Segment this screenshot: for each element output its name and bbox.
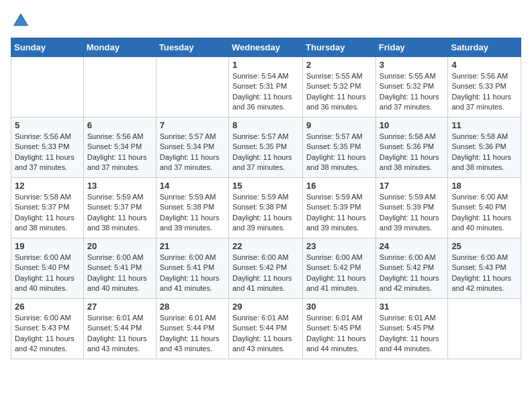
cell-content: Sunrise: 6:01 AM Sunset: 5:45 PM Dayligh… — [306, 313, 372, 355]
day-number: 22 — [232, 241, 299, 251]
day-number: 20 — [87, 241, 152, 251]
cell-content: Sunrise: 6:00 AM Sunset: 5:40 PM Dayligh… — [451, 192, 517, 234]
day-number: 13 — [87, 181, 152, 191]
header-day: Saturday — [448, 38, 521, 57]
cell-content: Sunrise: 5:59 AM Sunset: 5:38 PM Dayligh… — [232, 192, 299, 234]
header-day: Sunday — [11, 38, 84, 57]
cell-content: Sunrise: 6:00 AM Sunset: 5:41 PM Dayligh… — [160, 253, 225, 294]
calendar-cell: 2Sunrise: 5:55 AM Sunset: 5:32 PM Daylig… — [303, 57, 376, 118]
day-number: 24 — [380, 241, 445, 251]
cell-content: Sunrise: 6:01 AM Sunset: 5:44 PM Dayligh… — [160, 313, 225, 355]
day-number: 2 — [306, 60, 372, 70]
day-number: 23 — [306, 241, 372, 251]
calendar-week-row: 19Sunrise: 6:00 AM Sunset: 5:40 PM Dayli… — [11, 238, 521, 299]
header-day: Wednesday — [228, 38, 302, 57]
calendar-cell: 1Sunrise: 5:54 AM Sunset: 5:31 PM Daylig… — [228, 57, 302, 118]
header-day: Thursday — [303, 38, 376, 57]
logo-icon — [11, 11, 31, 31]
cell-content: Sunrise: 6:00 AM Sunset: 5:43 PM Dayligh… — [15, 313, 80, 355]
cell-content: Sunrise: 6:00 AM Sunset: 5:41 PM Dayligh… — [87, 253, 152, 294]
calendar-cell: 16Sunrise: 5:59 AM Sunset: 5:39 PM Dayli… — [303, 178, 376, 238]
calendar-week-row: 26Sunrise: 6:00 AM Sunset: 5:43 PM Dayli… — [11, 299, 521, 359]
day-number: 7 — [160, 120, 225, 130]
calendar-cell: 20Sunrise: 6:00 AM Sunset: 5:41 PM Dayli… — [83, 238, 156, 299]
day-number: 26 — [15, 302, 80, 312]
cell-content: Sunrise: 5:54 AM Sunset: 5:31 PM Dayligh… — [232, 71, 299, 113]
cell-content: Sunrise: 5:55 AM Sunset: 5:32 PM Dayligh… — [306, 71, 372, 113]
cell-content: Sunrise: 6:00 AM Sunset: 5:42 PM Dayligh… — [232, 253, 299, 294]
calendar-cell: 6Sunrise: 5:56 AM Sunset: 5:34 PM Daylig… — [83, 118, 156, 178]
cell-content: Sunrise: 6:00 AM Sunset: 5:40 PM Dayligh… — [15, 253, 80, 294]
calendar-cell: 8Sunrise: 5:57 AM Sunset: 5:35 PM Daylig… — [228, 118, 302, 178]
calendar-cell: 5Sunrise: 5:56 AM Sunset: 5:33 PM Daylig… — [11, 118, 84, 178]
day-number: 30 — [306, 302, 372, 312]
calendar-cell: 31Sunrise: 6:01 AM Sunset: 5:45 PM Dayli… — [375, 299, 448, 359]
page-header — [11, 11, 521, 31]
calendar-cell — [448, 299, 521, 359]
calendar-week-row: 5Sunrise: 5:56 AM Sunset: 5:33 PM Daylig… — [11, 118, 521, 178]
cell-content: Sunrise: 5:58 AM Sunset: 5:36 PM Dayligh… — [451, 132, 517, 173]
day-number: 25 — [451, 241, 517, 251]
calendar-cell: 28Sunrise: 6:01 AM Sunset: 5:44 PM Dayli… — [156, 299, 228, 359]
calendar-cell: 11Sunrise: 5:58 AM Sunset: 5:36 PM Dayli… — [448, 118, 521, 178]
calendar-cell: 26Sunrise: 6:00 AM Sunset: 5:43 PM Dayli… — [11, 299, 84, 359]
day-number: 11 — [451, 120, 517, 130]
cell-content: Sunrise: 5:58 AM Sunset: 5:36 PM Dayligh… — [380, 132, 445, 173]
calendar-cell: 9Sunrise: 5:57 AM Sunset: 5:35 PM Daylig… — [303, 118, 376, 178]
cell-content: Sunrise: 5:56 AM Sunset: 5:34 PM Dayligh… — [87, 132, 152, 173]
calendar-cell: 3Sunrise: 5:55 AM Sunset: 5:32 PM Daylig… — [375, 57, 448, 118]
logo — [11, 11, 34, 31]
cell-content: Sunrise: 5:57 AM Sunset: 5:34 PM Dayligh… — [160, 132, 225, 173]
cell-content: Sunrise: 6:00 AM Sunset: 5:42 PM Dayligh… — [380, 253, 445, 294]
day-number: 31 — [380, 302, 445, 312]
cell-content: Sunrise: 5:58 AM Sunset: 5:37 PM Dayligh… — [15, 192, 80, 234]
header-day: Monday — [83, 38, 156, 57]
day-number: 12 — [15, 181, 80, 191]
calendar-cell: 4Sunrise: 5:56 AM Sunset: 5:33 PM Daylig… — [448, 57, 521, 118]
calendar-cell — [11, 57, 84, 118]
cell-content: Sunrise: 6:00 AM Sunset: 5:42 PM Dayligh… — [306, 253, 372, 294]
calendar-cell: 22Sunrise: 6:00 AM Sunset: 5:42 PM Dayli… — [228, 238, 302, 299]
calendar-cell: 13Sunrise: 5:59 AM Sunset: 5:37 PM Dayli… — [83, 178, 156, 238]
calendar-cell — [156, 57, 228, 118]
calendar-cell: 17Sunrise: 5:59 AM Sunset: 5:39 PM Dayli… — [375, 178, 448, 238]
day-number: 9 — [306, 120, 372, 130]
cell-content: Sunrise: 6:00 AM Sunset: 5:43 PM Dayligh… — [451, 253, 517, 294]
calendar-cell: 21Sunrise: 6:00 AM Sunset: 5:41 PM Dayli… — [156, 238, 228, 299]
day-number: 10 — [380, 120, 445, 130]
header-day: Tuesday — [156, 38, 228, 57]
day-number: 4 — [451, 60, 517, 70]
calendar-cell: 7Sunrise: 5:57 AM Sunset: 5:34 PM Daylig… — [156, 118, 228, 178]
day-number: 18 — [451, 181, 517, 191]
cell-content: Sunrise: 5:56 AM Sunset: 5:33 PM Dayligh… — [15, 132, 80, 173]
calendar-cell: 10Sunrise: 5:58 AM Sunset: 5:36 PM Dayli… — [375, 118, 448, 178]
calendar-cell: 24Sunrise: 6:00 AM Sunset: 5:42 PM Dayli… — [375, 238, 448, 299]
cell-content: Sunrise: 5:59 AM Sunset: 5:38 PM Dayligh… — [160, 192, 225, 234]
cell-content: Sunrise: 6:01 AM Sunset: 5:45 PM Dayligh… — [380, 313, 445, 355]
calendar-cell: 27Sunrise: 6:01 AM Sunset: 5:44 PM Dayli… — [83, 299, 156, 359]
header-row: SundayMondayTuesdayWednesdayThursdayFrid… — [11, 38, 521, 57]
calendar-table: SundayMondayTuesdayWednesdayThursdayFrid… — [11, 38, 521, 359]
day-number: 17 — [380, 181, 445, 191]
cell-content: Sunrise: 5:59 AM Sunset: 5:37 PM Dayligh… — [87, 192, 152, 234]
day-number: 29 — [232, 302, 299, 312]
day-number: 27 — [87, 302, 152, 312]
cell-content: Sunrise: 6:01 AM Sunset: 5:44 PM Dayligh… — [87, 313, 152, 355]
day-number: 1 — [232, 60, 299, 70]
calendar-cell: 19Sunrise: 6:00 AM Sunset: 5:40 PM Dayli… — [11, 238, 84, 299]
cell-content: Sunrise: 5:57 AM Sunset: 5:35 PM Dayligh… — [232, 132, 299, 173]
calendar-cell: 25Sunrise: 6:00 AM Sunset: 5:43 PM Dayli… — [448, 238, 521, 299]
calendar-cell: 29Sunrise: 6:01 AM Sunset: 5:44 PM Dayli… — [228, 299, 302, 359]
day-number: 21 — [160, 241, 225, 251]
calendar-cell: 12Sunrise: 5:58 AM Sunset: 5:37 PM Dayli… — [11, 178, 84, 238]
calendar-cell — [83, 57, 156, 118]
day-number: 28 — [160, 302, 225, 312]
cell-content: Sunrise: 5:55 AM Sunset: 5:32 PM Dayligh… — [380, 71, 445, 113]
day-number: 15 — [232, 181, 299, 191]
cell-content: Sunrise: 6:01 AM Sunset: 5:44 PM Dayligh… — [232, 313, 299, 355]
cell-content: Sunrise: 5:57 AM Sunset: 5:35 PM Dayligh… — [306, 132, 372, 173]
calendar-cell: 14Sunrise: 5:59 AM Sunset: 5:38 PM Dayli… — [156, 178, 228, 238]
day-number: 3 — [380, 60, 445, 70]
cell-content: Sunrise: 5:59 AM Sunset: 5:39 PM Dayligh… — [380, 192, 445, 234]
day-number: 6 — [87, 120, 152, 130]
